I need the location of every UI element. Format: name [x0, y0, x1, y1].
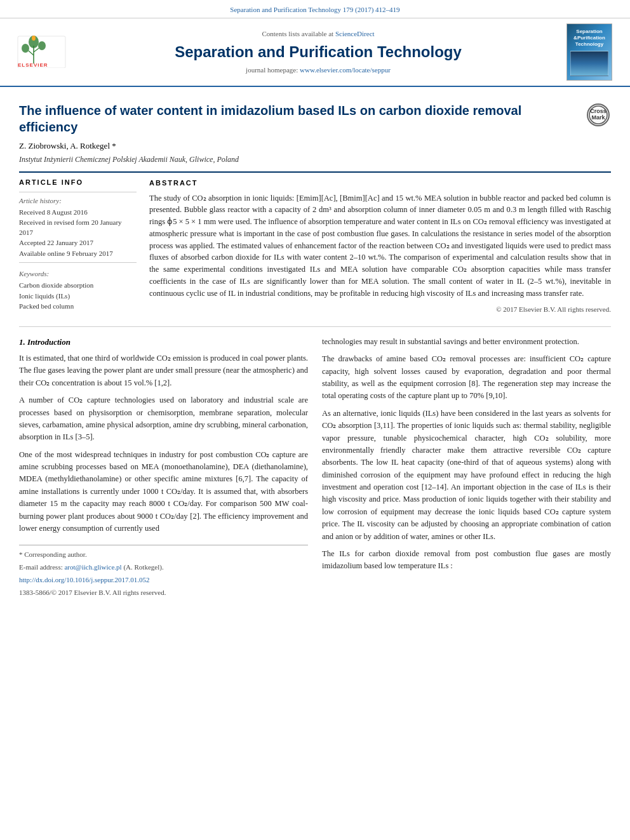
header-divider — [19, 171, 611, 173]
footnotes: * Corresponding author. E-mail address: … — [19, 545, 308, 598]
journal-cover-thumbnail: Separation&PurificationTechnology — [566, 23, 617, 81]
svg-line-3 — [29, 51, 34, 55]
journal-homepage: journal homepage: www.elsevier.com/locat… — [76, 65, 560, 75]
authors-line: Z. Ziobrowski, A. Rotkegel * — [19, 140, 611, 152]
available-online-date: Available online 9 February 2017 — [19, 249, 137, 258]
journal-reference-bar: Separation and Purification Technology 1… — [0, 0, 630, 18]
body-left-column: 1. Introduction It is estimated, that on… — [19, 336, 308, 601]
journal-title: Separation and Purification Technology — [76, 41, 560, 63]
abstract-heading: ABSTRACT — [149, 178, 611, 189]
received-revised-date: Received in revised form 20 January 2017 — [19, 218, 137, 237]
right-para-drawbacks: The drawbacks of amine based CO₂ removal… — [322, 353, 611, 403]
fn-corresponding: * Corresponding author. — [19, 549, 308, 560]
keyword-3: Packed bed column — [19, 302, 137, 311]
keywords-section: Keywords: Carbon dioxide absorption Ioni… — [19, 269, 137, 312]
sciencedirect-link[interactable]: ScienceDirect — [335, 30, 375, 37]
copyright-notice: © 2017 Elsevier B.V. All rights reserved… — [149, 304, 611, 315]
svg-line-5 — [34, 48, 39, 52]
elsevier-logo: ELSEVIER — [13, 33, 70, 71]
main-body: 1. Introduction It is estimated, that on… — [19, 326, 611, 601]
accepted-date: Accepted 22 January 2017 — [19, 238, 137, 248]
journal-ref-link[interactable]: Separation and Purification Technology 1… — [230, 6, 399, 13]
article-title-block: The influence of water content in imidaz… — [19, 102, 611, 135]
article-title-text: The influence of water content in imidaz… — [19, 102, 586, 135]
svg-text:ELSEVIER: ELSEVIER — [18, 62, 48, 68]
svg-text:Cross: Cross — [590, 108, 607, 114]
right-para-continue: technologies may result in substantial s… — [322, 336, 611, 348]
fn-email: E-mail address: arot@iich.gliwice.pl (A.… — [19, 562, 308, 573]
intro-para-2: A number of CO₂ capture technologies use… — [19, 394, 308, 444]
info-divider-1 — [19, 192, 137, 192]
abstract-text: The study of CO₂ absorption in ionic liq… — [149, 192, 611, 300]
main-content: The influence of water content in imidaz… — [0, 87, 630, 600]
keyword-2: Ionic liquids (ILs) — [19, 291, 137, 301]
intro-para-3: One of the most widespread techniques in… — [19, 449, 308, 535]
body-right-column: technologies may result in substantial s… — [322, 336, 611, 601]
svg-text:Mark: Mark — [591, 114, 605, 121]
keyword-1: Carbon dioxide absorption — [19, 281, 137, 290]
received-date: Received 8 August 2016 — [19, 208, 137, 217]
info-divider-2 — [19, 262, 137, 263]
crossmark-icon: Cross Mark — [587, 103, 610, 126]
doi-link[interactable]: http://dx.doi.org/10.1016/j.seppur.2017.… — [19, 576, 149, 583]
sciencedirect-text: Contents lists available at ScienceDirec… — [76, 29, 560, 39]
fn-doi: http://dx.doi.org/10.1016/j.seppur.2017.… — [19, 575, 308, 585]
article-info-abstract: ARTICLE INFO Article history: Received 8… — [19, 178, 611, 315]
history-label: Article history: — [19, 196, 137, 206]
cover-image: Separation&PurificationTechnology — [566, 23, 612, 81]
intro-para-1: It is estimated, that one third of world… — [19, 352, 308, 389]
fn-issn: 1383-5866/© 2017 Elsevier B.V. All right… — [19, 587, 308, 598]
svg-point-6 — [38, 41, 46, 50]
article-info-heading: ARTICLE INFO — [19, 178, 137, 187]
intro-heading: 1. Introduction — [19, 336, 308, 349]
abstract-section: ABSTRACT The study of CO₂ absorption in … — [149, 178, 611, 315]
svg-point-7 — [32, 36, 36, 41]
crossmark-badge: Cross Mark — [586, 103, 611, 126]
affiliation-text: Instytut Inżynierii Chemicznej Polskiej … — [19, 154, 611, 165]
right-para-alternative: As an alternative, ionic liquids (ILs) h… — [322, 408, 611, 543]
journal-header: ELSEVIER Contents lists available at Sci… — [0, 18, 630, 87]
article-info-panel: ARTICLE INFO Article history: Received 8… — [19, 178, 137, 315]
homepage-link[interactable]: www.elsevier.com/locate/seppur — [300, 66, 391, 74]
fn-email-link[interactable]: arot@iich.gliwice.pl — [64, 563, 121, 571]
journal-center-info: Contents lists available at ScienceDirec… — [76, 29, 560, 75]
svg-point-4 — [22, 44, 29, 53]
right-para-ils-post: The ILs for carbon dioxide removal from … — [322, 548, 611, 573]
keywords-heading: Keywords: — [19, 269, 137, 279]
